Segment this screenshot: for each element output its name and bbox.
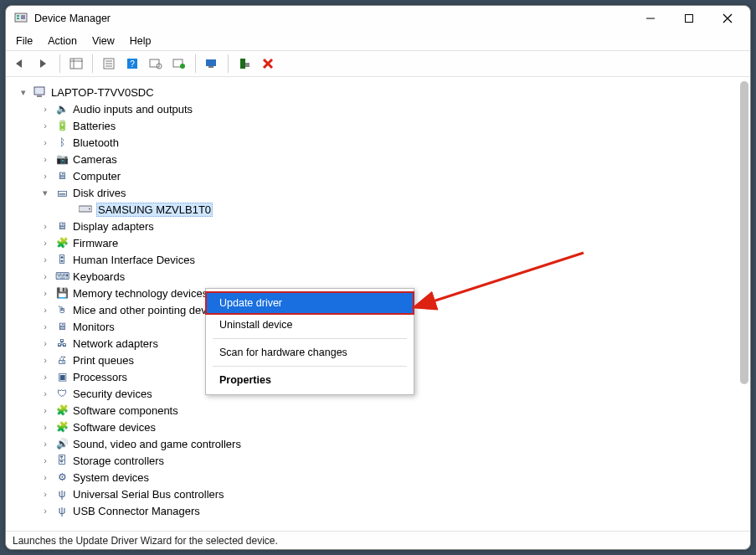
tree-root-label: LAPTOP-T7VV0SDC xyxy=(51,86,154,99)
tree-category-bt[interactable]: ›ᛒBluetooth xyxy=(39,134,750,151)
toggle-icon[interactable]: › xyxy=(39,153,51,165)
toggle-icon[interactable]: › xyxy=(39,337,51,349)
uninstall-button[interactable] xyxy=(235,54,254,73)
toggle-icon[interactable]: › xyxy=(39,220,51,232)
forward-button[interactable] xyxy=(34,54,53,73)
toggle-icon[interactable]: › xyxy=(39,237,51,249)
scrollbar[interactable] xyxy=(738,81,750,527)
tree-category-label: Security devices xyxy=(73,388,152,400)
update-driver-button[interactable] xyxy=(203,54,221,73)
tree-category-sound[interactable]: ›🔊Sound, video and game controllers xyxy=(39,435,750,452)
toggle-icon[interactable]: › xyxy=(39,354,51,366)
ctx-separator xyxy=(213,366,407,367)
pc-icon: 🖥 xyxy=(54,169,69,182)
hid-icon: 🎛 xyxy=(54,253,69,266)
toggle-icon[interactable]: › xyxy=(39,505,51,516)
toolbar: ? xyxy=(6,50,750,77)
sys-icon: ⚙ xyxy=(54,470,69,484)
batt-icon: 🔋 xyxy=(54,119,69,132)
tree-category-pc[interactable]: ›🖥Computer xyxy=(39,167,750,184)
maximize-button[interactable] xyxy=(670,6,708,31)
tree-item-samsung[interactable]: SAMSUNG MZVLB1T0 xyxy=(63,201,750,218)
toggle-icon[interactable]: › xyxy=(39,287,51,299)
ctx-properties[interactable]: Properties xyxy=(206,369,414,391)
tree-category-softc[interactable]: ›🧩Software components xyxy=(39,402,750,419)
tree-category-label: Mice and other pointing devices xyxy=(73,304,226,316)
content-area: ▾LAPTOP-T7VV0SDC›🔈Audio inputs and outpu… xyxy=(6,77,750,531)
toggle-icon[interactable]: › xyxy=(39,388,51,399)
context-menu: Update driver Uninstall device Scan for … xyxy=(205,288,414,395)
show-hide-tree-button[interactable] xyxy=(67,54,85,73)
menu-action[interactable]: Action xyxy=(41,33,84,49)
ctx-separator xyxy=(213,338,407,339)
scrollbar-thumb[interactable] xyxy=(740,81,748,384)
window-controls xyxy=(631,6,747,31)
toggle-icon[interactable]: › xyxy=(39,136,51,148)
toggle-icon[interactable]: › xyxy=(39,170,51,182)
menu-file[interactable]: File xyxy=(9,33,39,49)
toggle-icon[interactable]: › xyxy=(39,404,51,416)
tree-category-label: USB Connector Managers xyxy=(73,505,200,517)
tree-category-label: Keyboards xyxy=(73,270,125,283)
svg-point-30 xyxy=(89,208,90,210)
tree-category-disp[interactable]: ›🖥Display adapters xyxy=(39,218,750,234)
tree-category-label: Software devices xyxy=(73,421,156,434)
ctx-scan-hardware[interactable]: Scan for hardware changes xyxy=(206,342,414,363)
tree-category-softd[interactable]: ›🧩Software devices xyxy=(39,419,750,435)
svg-rect-27 xyxy=(34,87,44,95)
toggle-icon[interactable]: › xyxy=(39,488,51,500)
ctx-uninstall-device[interactable]: Uninstall device xyxy=(206,314,414,336)
toggle-icon[interactable]: ▾ xyxy=(39,187,51,198)
toggle-icon[interactable]: › xyxy=(39,103,51,115)
toggle-icon[interactable]: ▾ xyxy=(18,86,29,98)
svg-point-20 xyxy=(180,64,185,69)
tree-category-usbcon[interactable]: ›ψUSB Connector Managers xyxy=(39,502,750,519)
toggle-icon[interactable]: › xyxy=(39,304,51,316)
disk-icon: 🖴 xyxy=(54,186,69,199)
tree-category-usb[interactable]: ›ψUniversal Serial Bus controllers xyxy=(39,486,750,502)
toggle-icon[interactable]: › xyxy=(39,371,51,383)
tree-category-cam[interactable]: ›📷Cameras xyxy=(39,151,750,167)
properties-button[interactable] xyxy=(100,54,118,73)
sec-icon: 🛡 xyxy=(54,387,69,400)
tree-root[interactable]: ▾LAPTOP-T7VV0SDC xyxy=(18,84,750,100)
toggle-icon[interactable]: › xyxy=(39,455,51,466)
tree-category-hid[interactable]: ›🎛Human Interface Devices xyxy=(39,251,750,268)
toggle-icon[interactable]: › xyxy=(39,471,51,483)
tree-category-batt[interactable]: ›🔋Batteries xyxy=(39,117,750,134)
window-title: Device Manager xyxy=(34,13,631,24)
delete-button[interactable] xyxy=(259,54,277,73)
bt-icon: ᛒ xyxy=(54,136,69,149)
status-text: Launches the Update Driver Wizard for th… xyxy=(13,535,278,547)
stor-icon: 🗄 xyxy=(54,454,69,467)
print-icon: 🖨 xyxy=(54,353,69,367)
toggle-icon[interactable]: › xyxy=(39,438,51,450)
ctx-update-driver[interactable]: Update driver xyxy=(206,292,414,314)
tree-category-disk[interactable]: ▾🖴Disk drives xyxy=(39,184,750,201)
back-button[interactable] xyxy=(11,54,29,73)
toggle-icon[interactable]: › xyxy=(39,254,51,265)
toggle-icon[interactable]: › xyxy=(39,120,51,131)
toggle-icon[interactable]: › xyxy=(39,421,51,433)
menu-view[interactable]: View xyxy=(85,33,121,49)
toggle-spacer xyxy=(63,203,75,215)
menu-help[interactable]: Help xyxy=(123,33,158,49)
tree-category-stor[interactable]: ›🗄Storage controllers xyxy=(39,452,750,469)
tree-category-label: Bluetooth xyxy=(73,136,119,149)
tree-category-sys[interactable]: ›⚙System devices xyxy=(39,469,750,486)
scan-button[interactable] xyxy=(147,54,165,73)
toggle-icon[interactable]: › xyxy=(39,270,51,282)
close-button[interactable] xyxy=(708,6,747,31)
tree-category-fw[interactable]: ›🧩Firmware xyxy=(39,234,750,251)
tree-category-label: Software components xyxy=(73,404,178,417)
enable-device-button[interactable] xyxy=(170,54,188,73)
toggle-icon[interactable]: › xyxy=(39,321,51,332)
tree-category-audio[interactable]: ›🔈Audio inputs and outputs xyxy=(39,100,750,117)
tree-category-kb[interactable]: ›⌨Keyboards xyxy=(39,268,750,285)
tree-category-label: Storage controllers xyxy=(73,455,164,467)
help-button[interactable]: ? xyxy=(123,54,141,73)
minimize-button[interactable] xyxy=(631,6,670,31)
svg-rect-21 xyxy=(206,59,216,66)
tree-category-label: Computer xyxy=(73,170,121,182)
cpu-icon: ▣ xyxy=(54,370,69,383)
